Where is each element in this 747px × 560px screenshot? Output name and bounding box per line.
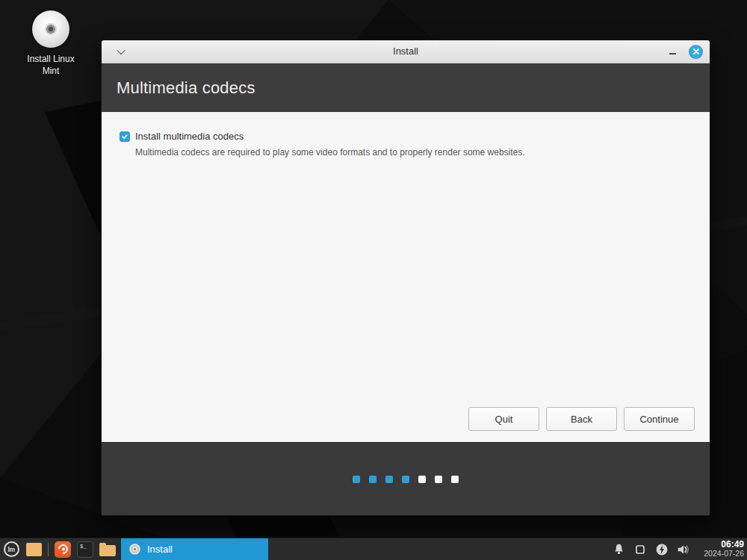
page-title: Multimedia codecs <box>117 78 255 98</box>
mint-menu-icon: lm <box>4 541 19 557</box>
cd-disc-icon <box>129 544 140 555</box>
back-button[interactable]: Back <box>546 407 617 431</box>
show-desktop-icon <box>26 543 42 556</box>
wizard-footer <box>102 442 710 515</box>
minimize-button[interactable] <box>666 45 679 58</box>
desktop-icon-install-linux-mint[interactable]: Install Linux Mint <box>21 10 81 77</box>
window-title: Install <box>102 40 710 63</box>
clipboard-icon <box>634 544 646 556</box>
desktop-icon-label: Install Linux Mint <box>21 53 81 77</box>
taskbar-launchers: lm $_ Install <box>0 538 268 560</box>
task-label: Install <box>147 544 173 555</box>
show-desktop-button[interactable] <box>22 538 45 560</box>
window-titlebar[interactable]: Install <box>102 40 710 63</box>
power-tray-button[interactable] <box>654 541 669 558</box>
window-menu-button[interactable] <box>112 40 130 63</box>
progress-dot <box>385 476 393 483</box>
progress-dot <box>369 476 376 483</box>
install-window: Install Multimedia codecs <box>101 40 710 516</box>
codecs-option-row[interactable]: Install multimedia codecs <box>120 131 710 142</box>
taskbar-task-install[interactable]: Install <box>121 538 268 560</box>
close-icon <box>692 48 700 55</box>
power-bolt-icon <box>655 543 669 556</box>
progress-dot <box>353 476 360 483</box>
taskbar-separator <box>48 543 49 556</box>
notifications-tray-button[interactable] <box>611 541 626 558</box>
mint-menu-button[interactable]: lm <box>0 538 22 560</box>
taskbar-clock[interactable]: 06:49 2024-07-26 <box>698 540 746 559</box>
volume-icon <box>677 543 690 556</box>
progress-dot <box>402 476 409 483</box>
firefox-icon <box>55 541 71 558</box>
firefox-launcher[interactable] <box>52 538 74 560</box>
codecs-description: Multimedia codecs are required to play s… <box>135 147 687 158</box>
cd-disc-icon <box>32 10 69 48</box>
chevron-down-icon <box>117 46 125 55</box>
progress-dot <box>418 476 426 483</box>
checkmark-icon <box>121 133 128 140</box>
terminal-launcher[interactable]: $_ <box>74 538 96 560</box>
progress-dots <box>348 473 463 486</box>
bell-icon <box>613 543 625 556</box>
install-codecs-checkbox[interactable] <box>120 131 130 142</box>
continue-button[interactable]: Continue <box>624 407 695 431</box>
wizard-buttons: Quit Back Continue <box>468 407 695 431</box>
taskbar: lm $_ Install <box>0 538 747 560</box>
page-content: Install multimedia codecs Multimedia cod… <box>102 112 710 442</box>
progress-dot <box>435 476 442 483</box>
taskbar-tray: 06:49 2024-07-26 <box>611 538 747 560</box>
folder-icon <box>99 545 116 556</box>
volume-tray-button[interactable] <box>676 541 691 558</box>
clock-date: 2024-07-26 <box>698 550 744 559</box>
window-controls <box>666 40 703 63</box>
minimize-icon <box>669 53 676 55</box>
file-manager-launcher[interactable] <box>96 538 119 560</box>
close-button[interactable] <box>689 45 703 59</box>
codecs-checkbox-label: Install multimedia codecs <box>135 131 244 142</box>
clipboard-tray-button[interactable] <box>633 541 648 558</box>
progress-dot <box>451 476 459 483</box>
page-header: Multimedia codecs <box>102 63 710 112</box>
quit-button[interactable]: Quit <box>468 407 539 431</box>
desktop: Install Linux Mint Install Multimedia co… <box>0 0 747 560</box>
terminal-icon: $_ <box>77 541 93 558</box>
